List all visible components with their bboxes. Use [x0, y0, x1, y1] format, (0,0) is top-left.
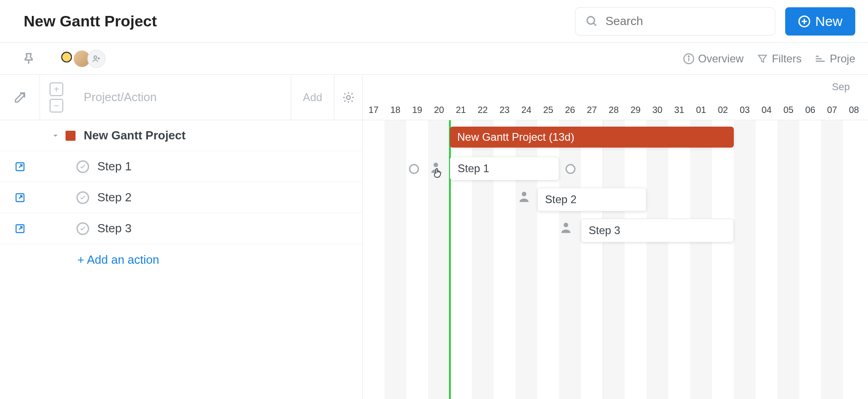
day-label: 31 [668, 105, 690, 115]
day-label: 30 [646, 105, 668, 115]
action-label: Step 2 [97, 190, 131, 205]
svg-point-15 [346, 95, 350, 99]
svg-point-21 [564, 223, 568, 227]
plus-circle-icon [798, 15, 811, 28]
project-bar-label: New Gantt Project (13d) [457, 131, 574, 143]
toolbar: Overview Filters Proje [0, 43, 868, 75]
column-settings-button[interactable] [334, 75, 362, 120]
page-header: New Gantt Project New [0, 0, 868, 43]
svg-point-11 [688, 56, 689, 56]
add-person-button[interactable] [87, 50, 106, 68]
open-detail-icon[interactable] [14, 161, 26, 173]
main-split: + − Project/Action Add New Gantt Project [0, 75, 868, 399]
task-bar[interactable]: Step 3 [581, 219, 734, 242]
bars-icon [814, 53, 826, 65]
action-row[interactable]: Step 2 [0, 182, 362, 213]
task-bar[interactable]: Step 2 [537, 188, 646, 211]
check-icon [79, 163, 86, 170]
filter-icon [757, 53, 768, 65]
grid-stripe [646, 120, 668, 399]
bar-end-handle[interactable] [565, 164, 575, 174]
column-header-label: Project/Action [73, 90, 291, 104]
task-bar[interactable]: Step 1 [450, 157, 559, 180]
complete-toggle[interactable] [76, 191, 89, 204]
new-button[interactable]: New [785, 7, 855, 36]
pin-icon[interactable] [22, 52, 35, 66]
new-button-label: New [815, 14, 843, 29]
action-row[interactable]: Step 3 [0, 213, 362, 244]
bar-start-handle[interactable] [409, 164, 419, 174]
compose-icon[interactable] [13, 91, 27, 104]
avatars [59, 50, 114, 68]
day-label: 04 [756, 105, 777, 115]
expand-collapse-controls: + − [40, 75, 73, 120]
gear-icon [342, 91, 355, 104]
project-settings-label: Proje [830, 52, 855, 65]
grid-stripe [777, 120, 799, 399]
add-subcolumn-button[interactable]: Add [291, 75, 334, 120]
day-label: 23 [494, 105, 515, 115]
gantt-body[interactable]: New Gantt Project (13d) Step 1 Step 2 [363, 120, 868, 399]
add-action-button[interactable]: + Add an action [0, 244, 362, 275]
cursor-hand-icon [432, 167, 444, 181]
overview-label: Overview [698, 52, 744, 65]
expand-all-button[interactable]: + [50, 82, 63, 96]
action-label: Step 1 [97, 159, 131, 174]
day-label: 01 [690, 105, 712, 115]
collapse-all-button[interactable]: − [50, 99, 63, 113]
overview-link[interactable]: Overview [683, 52, 744, 65]
day-label: 26 [559, 105, 581, 115]
grid-stripe [734, 120, 756, 399]
search-box[interactable] [575, 7, 775, 36]
svg-point-6 [94, 56, 97, 58]
project-row[interactable]: New Gantt Project [0, 120, 362, 151]
project-settings-link[interactable]: Proje [814, 52, 855, 65]
gantt-pane[interactable]: Sep 17 18 19 20 21 22 23 24 25 26 27 28 … [363, 75, 868, 399]
page-title: New Gantt Project [24, 12, 575, 30]
check-icon [79, 194, 86, 201]
day-label: 06 [799, 105, 821, 115]
task-bar-label: Step 1 [458, 162, 489, 175]
day-label: 24 [515, 105, 537, 115]
task-bar-label: Step 3 [589, 224, 620, 237]
week-divider [603, 120, 603, 399]
grid-stripe [821, 120, 843, 399]
day-label: 27 [581, 105, 603, 115]
open-detail-icon[interactable] [14, 223, 26, 235]
open-detail-icon[interactable] [14, 192, 26, 204]
project-color-chip[interactable] [66, 131, 76, 141]
svg-point-0 [587, 16, 594, 24]
filters-link[interactable]: Filters [757, 52, 802, 65]
assignee-icon[interactable] [517, 189, 531, 203]
day-label: 28 [603, 105, 625, 115]
svg-point-20 [522, 192, 526, 196]
day-label: 05 [777, 105, 799, 115]
svg-line-1 [593, 23, 596, 26]
person-icon [517, 189, 531, 203]
grid-stripe [384, 120, 406, 399]
project-bar[interactable]: New Gantt Project (13d) [450, 127, 734, 148]
grid-stripe [603, 120, 625, 399]
complete-toggle[interactable] [76, 222, 89, 235]
task-bar-label: Step 2 [545, 193, 576, 206]
day-label: 07 [821, 105, 843, 115]
day-label: 22 [472, 105, 494, 115]
day-label: 18 [384, 105, 406, 115]
complete-toggle[interactable] [76, 160, 89, 173]
caret-down-icon[interactable] [49, 129, 62, 142]
day-label: 25 [537, 105, 559, 115]
action-row[interactable]: Step 1 [0, 151, 362, 182]
gantt-time-header: Sep 17 18 19 20 21 22 23 24 25 26 27 28 … [363, 75, 868, 120]
filters-label: Filters [772, 52, 802, 65]
search-input[interactable] [606, 14, 765, 28]
day-label: 08 [843, 105, 865, 115]
assignee-icon[interactable] [559, 220, 573, 234]
day-label: 02 [712, 105, 734, 115]
month-label: Sep [832, 81, 850, 93]
day-label: 17 [363, 105, 384, 115]
action-list-pane: + − Project/Action Add New Gantt Project [0, 75, 363, 399]
person-plus-icon [92, 54, 101, 63]
info-icon [683, 53, 695, 65]
day-label: 21 [450, 105, 472, 115]
day-label: 29 [625, 105, 646, 115]
